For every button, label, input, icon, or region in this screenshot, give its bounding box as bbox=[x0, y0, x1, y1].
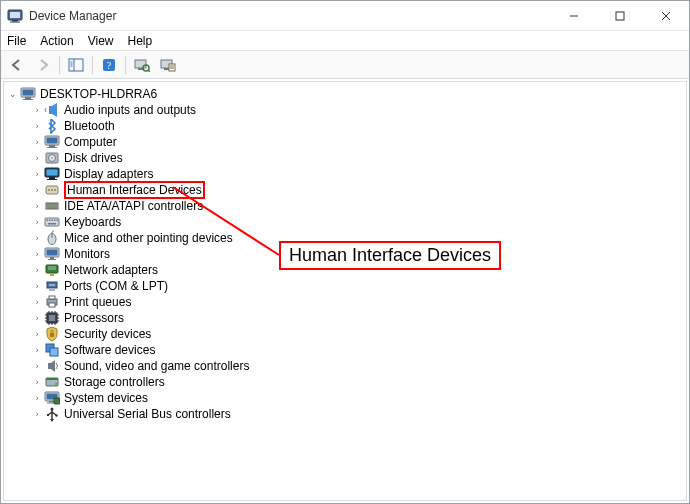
svg-rect-16 bbox=[138, 68, 143, 70]
close-button[interactable] bbox=[643, 1, 689, 30]
menu-action[interactable]: Action bbox=[40, 34, 73, 48]
category-display[interactable]: ›Display adapters bbox=[26, 166, 686, 182]
svg-rect-2 bbox=[12, 20, 18, 22]
toolbar-separator bbox=[59, 56, 60, 74]
menu-help[interactable]: Help bbox=[128, 34, 153, 48]
category-disk[interactable]: ›Disk drives bbox=[26, 150, 686, 166]
expander-icon[interactable]: › bbox=[32, 345, 42, 355]
svg-rect-20 bbox=[164, 68, 169, 70]
expander-icon[interactable]: › bbox=[32, 169, 42, 179]
category-sound[interactable]: ›Sound, video and game controllers bbox=[26, 358, 686, 374]
expander-icon[interactable]: › bbox=[32, 329, 42, 339]
category-label: IDE ATA/ATAPI controllers bbox=[64, 199, 203, 213]
cpu-icon bbox=[44, 310, 60, 326]
category-label: System devices bbox=[64, 391, 148, 405]
window-title: Device Manager bbox=[29, 9, 116, 23]
printer-icon bbox=[44, 294, 60, 310]
window-controls bbox=[551, 1, 689, 30]
root-node[interactable]: ⌄ DESKTOP-HLDRRA6 bbox=[8, 86, 686, 102]
category-system[interactable]: ›System devices bbox=[26, 390, 686, 406]
forward-button[interactable] bbox=[31, 54, 55, 76]
category-hid[interactable]: ›Human Interface Devices bbox=[26, 182, 686, 198]
expander-icon[interactable]: › bbox=[32, 217, 42, 227]
monitor-icon bbox=[44, 246, 60, 262]
category-label: Ports (COM & LPT) bbox=[64, 279, 168, 293]
category-label: Disk drives bbox=[64, 151, 123, 165]
category-label: Keyboards bbox=[64, 215, 121, 229]
expander-icon[interactable]: › bbox=[32, 153, 42, 163]
svg-rect-15 bbox=[135, 60, 146, 68]
expander-icon[interactable]: › bbox=[32, 201, 42, 211]
category-storage[interactable]: ›Storage controllers bbox=[26, 374, 686, 390]
svg-rect-27 bbox=[23, 99, 33, 100]
category-label: Security devices bbox=[64, 327, 151, 341]
category-label: Print queues bbox=[64, 295, 131, 309]
category-label: Universal Serial Bus controllers bbox=[64, 407, 231, 421]
expander-icon[interactable]: › bbox=[32, 377, 42, 387]
ide-icon bbox=[44, 198, 60, 214]
svg-rect-1 bbox=[10, 12, 20, 18]
expander-icon[interactable]: › bbox=[32, 233, 42, 243]
expander-icon[interactable]: › bbox=[32, 361, 42, 371]
computer-icon bbox=[20, 86, 36, 102]
expander-icon[interactable]: › bbox=[32, 297, 42, 307]
category-computer[interactable]: ›Computer bbox=[26, 134, 686, 150]
category-ide[interactable]: ›IDE ATA/ATAPI controllers bbox=[26, 198, 686, 214]
svg-rect-26 bbox=[25, 97, 31, 99]
category-label: Mice and other pointing devices bbox=[64, 231, 233, 245]
svg-line-18 bbox=[148, 70, 150, 72]
expander-icon[interactable]: › bbox=[32, 265, 42, 275]
expander-icon[interactable]: › bbox=[32, 313, 42, 323]
expander-icon[interactable]: › bbox=[32, 409, 42, 419]
expander-icon[interactable]: › bbox=[32, 249, 42, 259]
category-cpu[interactable]: ›Processors bbox=[26, 310, 686, 326]
category-label: Monitors bbox=[64, 247, 110, 261]
usb-icon bbox=[44, 406, 60, 422]
back-button[interactable] bbox=[5, 54, 29, 76]
show-hide-console-tree-button[interactable] bbox=[64, 54, 88, 76]
expander-icon[interactable]: › bbox=[32, 137, 42, 147]
category-label: Processors bbox=[64, 311, 124, 325]
annotation-callout: Human Interface Devices bbox=[279, 241, 501, 270]
svg-rect-8 bbox=[69, 59, 83, 71]
software-icon bbox=[44, 342, 60, 358]
audio-icon bbox=[44, 102, 60, 118]
menu-file[interactable]: File bbox=[7, 34, 26, 48]
category-software[interactable]: ›Software devices bbox=[26, 342, 686, 358]
svg-rect-3 bbox=[10, 21, 20, 22]
category-label: Human Interface Devices bbox=[64, 181, 205, 199]
menu-view[interactable]: View bbox=[88, 34, 114, 48]
category-label: Software devices bbox=[64, 343, 155, 357]
expander-icon[interactable]: › bbox=[32, 121, 42, 131]
sound-icon bbox=[44, 358, 60, 374]
security-icon bbox=[44, 326, 60, 342]
disk-icon bbox=[44, 150, 60, 166]
category-audio[interactable]: ›Audio inputs and outputs bbox=[26, 102, 686, 118]
hid-icon bbox=[44, 182, 60, 198]
help-toolbar-button[interactable]: ? bbox=[97, 54, 121, 76]
category-bluetooth[interactable]: ›Bluetooth bbox=[26, 118, 686, 134]
svg-text:?: ? bbox=[107, 59, 112, 70]
app-icon bbox=[7, 8, 23, 24]
properties-button[interactable] bbox=[156, 54, 180, 76]
device-manager-window: Device Manager File Action View Help ? ⌄ bbox=[0, 0, 690, 504]
category-usb[interactable]: ›Universal Serial Bus controllers bbox=[26, 406, 686, 422]
keyboard-icon bbox=[44, 214, 60, 230]
expander-icon[interactable]: ⌄ bbox=[8, 89, 18, 99]
category-label: Sound, video and game controllers bbox=[64, 359, 249, 373]
expander-icon[interactable]: › bbox=[32, 105, 42, 115]
toolbar: ? bbox=[1, 51, 689, 79]
minimize-button[interactable] bbox=[551, 1, 597, 30]
category-label: Network adapters bbox=[64, 263, 158, 277]
scan-hardware-button[interactable] bbox=[130, 54, 154, 76]
category-printer[interactable]: ›Print queues bbox=[26, 294, 686, 310]
computer-icon bbox=[44, 134, 60, 150]
category-keyboard[interactable]: ›Keyboards bbox=[26, 214, 686, 230]
expander-icon[interactable]: › bbox=[32, 393, 42, 403]
category-security[interactable]: ›Security devices bbox=[26, 326, 686, 342]
device-tree[interactable]: ⌄ DESKTOP-HLDRRA6 ›Audio inputs and outp… bbox=[3, 81, 687, 501]
maximize-button[interactable] bbox=[597, 1, 643, 30]
expander-icon[interactable]: › bbox=[32, 185, 42, 195]
category-port[interactable]: ›Ports (COM & LPT) bbox=[26, 278, 686, 294]
expander-icon[interactable]: › bbox=[32, 281, 42, 291]
